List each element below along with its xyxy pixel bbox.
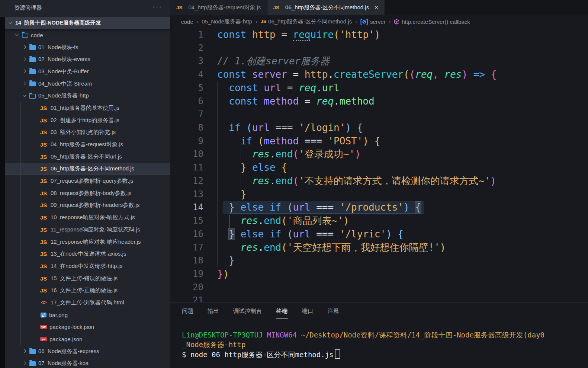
tree-item[interactable]: JS04_http服务器-request对象.js	[5, 138, 170, 151]
more-actions-icon[interactable]: ···	[152, 2, 162, 11]
panel-tab-item[interactable]: 问题	[182, 307, 193, 319]
chevron-right-icon[interactable]	[21, 57, 28, 63]
chevron-placeholder	[32, 324, 39, 330]
javascript-file-icon: JS	[39, 166, 48, 172]
tree-item[interactable]: JS07_request参数解析-query参数.js	[5, 175, 170, 187]
code-token: const	[217, 29, 252, 40]
tree-item[interactable]: JS14_在node中发送请求-http.js	[5, 260, 170, 272]
panel-tab-item[interactable]: 调试控制台	[233, 307, 262, 319]
breadcrumb-label: 05_Node服务器-http	[202, 18, 252, 25]
tree-item[interactable]: bar.png	[5, 309, 170, 321]
breadcrumb-item[interactable]: [⊘]server	[360, 19, 386, 25]
bottom-panel: 问题输出调试控制台终端端口注释 Lin@DESKTOP-TP3QTUJ MING…	[170, 302, 588, 368]
code-token: )	[490, 175, 496, 186]
breadcrumb-item[interactable]: http.createServer() callback	[394, 19, 470, 25]
tree-item[interactable]: JS05_http服务器-区分不同url.js	[5, 151, 170, 163]
tree-item[interactable]: 04_Node中流-Stream	[5, 78, 170, 90]
code-token	[281, 202, 287, 213]
terminal-text: Lin@DESKTOP-TP3QTUJ	[182, 331, 263, 339]
code-line: if (url === '/login') {	[217, 121, 497, 135]
folder-open-icon	[29, 94, 36, 99]
chevron-right-icon[interactable]	[21, 81, 28, 87]
code-token	[246, 162, 252, 173]
code-line: const url = req.url	[217, 81, 497, 95]
tree-item[interactable]: JS10_response响应对象-响应方式.js	[5, 211, 170, 224]
chevron-right-icon[interactable]	[21, 361, 28, 367]
tree-item[interactable]: JS06_http服务器-区分不同method.js	[5, 163, 170, 175]
tree-item[interactable]: npmpackage.json	[5, 333, 170, 345]
tree-item[interactable]: JS08_request参数解析-body参数.js	[5, 187, 170, 199]
code-token	[217, 175, 252, 186]
breadcrumb-label: http.createServer() callback	[402, 19, 470, 25]
breadcrumb-item[interactable]: JS06_http服务器-区分不同method.js	[261, 18, 352, 25]
chevron-right-icon[interactable]	[21, 68, 28, 74]
tree-item[interactable]: JS01_http服务器的基本使用.js	[5, 102, 170, 114]
tree-item[interactable]: JS03_额外小知识点的补充.js	[5, 127, 170, 139]
tree-item[interactable]: JS15_文件上传-错误的做法.js	[5, 272, 170, 285]
tree-item[interactable]: 03_Node中类-Buffer	[5, 65, 170, 78]
editor-tab[interactable]: JS04_http服务器-request对象.js	[170, 0, 267, 15]
tree-item[interactable]: JS11_response响应对象-响应状态码.js	[5, 224, 170, 236]
tree-item[interactable]: 06_Node服务器-express	[5, 345, 170, 358]
breadcrumb-separator-icon: ›	[355, 19, 357, 25]
breadcrumb-item[interactable]: 05_Node服务器-http	[202, 18, 252, 25]
tree-item[interactable]: 02_Node模块-events	[5, 53, 170, 65]
tree-item[interactable]: JS12_response响应对象-响应header.js	[5, 236, 170, 248]
panel-tab-item[interactable]: 端口	[302, 307, 314, 319]
breadcrumb-item[interactable]: code	[181, 19, 193, 25]
tree-item[interactable]: JS16_文件上传-正确的做法.js	[5, 284, 170, 297]
chevron-placeholder	[32, 154, 39, 160]
tree-item[interactable]: code	[5, 29, 170, 41]
chevron-down-icon[interactable]	[14, 32, 20, 38]
code-token	[311, 228, 317, 240]
tree-item-label: 14_在node中发送请求-http.js	[51, 263, 122, 270]
terminal-text	[297, 331, 301, 339]
line-number: 12	[170, 175, 203, 188]
panel-tab-item[interactable]: 输出	[208, 307, 219, 319]
tree-item[interactable]: JS09_request参数解析-headers参数.js	[5, 199, 170, 212]
code-token: .	[258, 215, 264, 226]
chevron-down-icon[interactable]	[21, 93, 28, 99]
chevron-right-icon[interactable]	[21, 348, 28, 354]
terminal-cursor	[335, 349, 340, 359]
javascript-file-icon: JS	[39, 178, 48, 184]
tree-item[interactable]: npmpackage-lock.json	[5, 321, 170, 333]
terminal-text: MINGW64	[267, 331, 297, 339]
code-token	[299, 69, 305, 80]
chevron-placeholder	[32, 239, 39, 245]
close-icon[interactable]: ✕	[374, 4, 379, 10]
panel-tab-active[interactable]: 终端	[276, 307, 288, 319]
code-token: url	[322, 82, 340, 93]
code-token: res	[252, 148, 270, 160]
tree-item[interactable]: JS02_创建多个http的服务器.js	[5, 114, 170, 127]
tree-item[interactable]: 05_Node服务器-http	[5, 90, 170, 102]
code-line: res.end('不支持的请求方式，请检测你的请求方式~')	[217, 175, 497, 188]
tree-item-label: code	[31, 32, 43, 38]
code-token: req	[316, 96, 334, 107]
tree-item[interactable]: </>17_文件上传-浏览器代码.html	[5, 297, 170, 309]
breadcrumb-label: code	[181, 19, 193, 25]
terminal-output[interactable]: Lin@DESKTOP-TP3QTUJ MINGW64 ~/Desktop/No…	[182, 330, 588, 359]
javascript-file-icon: JS	[39, 202, 48, 208]
workspace-root-row[interactable]: 14_阶段十四-NODE服务器高级开发	[5, 17, 170, 29]
panel-tab-item[interactable]: 注释	[328, 307, 339, 319]
folder-icon	[29, 69, 36, 74]
tree-item[interactable]: JS13_在node中发送请求-axios.js	[5, 248, 170, 260]
javascript-file-icon: JS	[39, 105, 48, 111]
tree-item[interactable]: 07_Node服务器-koa	[5, 358, 170, 368]
chevron-placeholder	[32, 300, 39, 305]
code-token: (	[409, 69, 415, 80]
editor-tab[interactable]: JS06_http服务器-区分不同method.js✕	[267, 0, 385, 15]
code-token: url	[252, 122, 270, 133]
code-token: url	[264, 82, 281, 93]
code-token	[299, 96, 305, 107]
explorer-title: 资源管理器	[14, 4, 42, 12]
code-line: } else if (url === '/lyric') {	[217, 228, 497, 241]
chevron-placeholder	[32, 336, 39, 342]
code-editor[interactable]: 123456789101112131415161718192021 const …	[170, 28, 588, 302]
code-token: if	[241, 135, 252, 147]
tree-item[interactable]: 01_Node模块-fs	[5, 41, 170, 54]
editor-tab-label: 06_http服务器-区分不同method.js	[285, 4, 369, 11]
chevron-right-icon[interactable]	[21, 44, 28, 50]
tree-item-label: 03_Node中类-Buffer	[38, 68, 89, 75]
